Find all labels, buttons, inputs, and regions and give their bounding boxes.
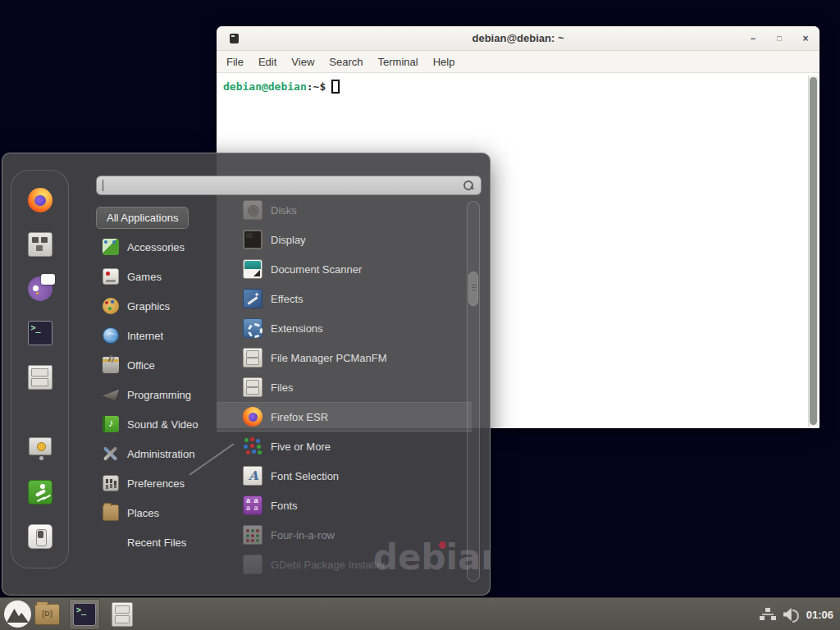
application-label: Four-in-a-row — [271, 529, 335, 541]
category-label: Graphics — [127, 300, 170, 313]
category-places[interactable]: Places — [96, 498, 219, 527]
cabinet-icon — [243, 348, 262, 368]
internet-icon — [103, 327, 119, 344]
application-label: Display — [271, 234, 306, 246]
close-button[interactable]: × — [796, 26, 815, 51]
category-administration[interactable]: Administration — [96, 439, 219, 468]
search-input[interactable] — [96, 176, 482, 195]
file-manager-launcher[interactable] — [34, 604, 60, 625]
menu-scrollbar-thumb[interactable] — [468, 272, 478, 306]
favorites-list — [27, 187, 53, 390]
cabinet-icon — [243, 377, 262, 397]
category-label: Games — [127, 271, 162, 283]
app-extensions[interactable]: Extensions — [217, 313, 472, 343]
search-icon — [463, 180, 474, 191]
category-label: Office — [127, 359, 155, 372]
menu-scrollbar[interactable] — [467, 201, 480, 582]
app-files[interactable]: Files — [217, 372, 472, 402]
category-graphics[interactable]: Graphics — [96, 291, 219, 321]
pidgin-icon — [28, 276, 52, 301]
category-office[interactable]: Office — [96, 350, 219, 380]
application-label: Effects — [271, 293, 304, 305]
clock[interactable]: 01:06 — [806, 609, 835, 621]
office-icon — [103, 357, 119, 373]
category-preferences[interactable]: Preferences — [96, 468, 219, 498]
favorite-firefox-icon[interactable] — [27, 187, 53, 213]
category-label: Internet — [127, 330, 163, 342]
terminal-scrollbar[interactable] — [808, 75, 818, 427]
terminal-menu-item[interactable]: File — [226, 56, 244, 68]
lock-screen-icon[interactable] — [27, 435, 53, 461]
terminal-menu-item[interactable]: View — [291, 56, 314, 68]
application-label: Font Selection — [271, 470, 339, 482]
cabinet-lg-icon — [28, 365, 52, 390]
terminal-menu-item[interactable]: Terminal — [378, 56, 418, 68]
terminal-scrollbar-thumb[interactable] — [810, 77, 817, 425]
disks-icon — [243, 200, 262, 220]
category-recent-files[interactable]: Recent Files — [96, 527, 219, 557]
application-label: GDebi Package Installer — [271, 559, 386, 571]
app-font-selection[interactable]: Font Selection — [217, 461, 472, 491]
fonts-icon — [243, 495, 262, 515]
category-all-applications[interactable]: All Applications — [96, 207, 189, 229]
package-manager-icon — [28, 232, 52, 257]
application-label: Firefox ESR — [271, 411, 328, 423]
debian-logo-dot — [439, 541, 446, 549]
terminal-icon — [73, 603, 96, 626]
app-document-scanner[interactable]: Document Scanner — [217, 254, 472, 284]
category-sound-video[interactable]: Sound & Video — [96, 409, 219, 439]
menu-button[interactable] — [4, 600, 32, 628]
debian-watermark: debian — [373, 537, 491, 578]
terminal-title: debian@debian: ~ — [472, 32, 564, 44]
firefox-icon — [243, 407, 262, 427]
administration-icon — [103, 445, 119, 462]
effects-icon — [243, 289, 262, 308]
favorite-pidgin-icon[interactable] — [27, 276, 53, 302]
category-label: Administration — [127, 448, 194, 460]
places-icon — [103, 504, 119, 521]
logout-icon[interactable] — [27, 479, 53, 505]
programming-icon — [103, 386, 119, 403]
favorite-terminal-icon[interactable] — [27, 320, 53, 346]
favorite-package-manager-icon[interactable] — [27, 231, 53, 258]
extensions-icon — [243, 318, 262, 338]
terminal-task-button-active[interactable] — [69, 599, 100, 630]
terminal-icon — [28, 321, 52, 345]
application-list: DisksDisplayDocument ScannerEffectsExten… — [217, 195, 472, 579]
display-icon — [243, 230, 262, 249]
volume-icon[interactable] — [783, 608, 799, 621]
terminal-menu-item[interactable]: Search — [329, 56, 363, 68]
shutdown-icon[interactable] — [27, 523, 53, 550]
terminal-menu-item[interactable]: Edit — [258, 56, 276, 68]
category-label: Recent Files — [127, 536, 186, 549]
category-accessories[interactable]: Accessories — [96, 232, 219, 262]
accessories-icon — [103, 239, 119, 255]
app-fonts[interactable]: Fonts — [217, 491, 472, 520]
four-in-a-row-icon — [243, 525, 262, 545]
category-programming[interactable]: Programming — [96, 380, 219, 409]
application-label: File Manager PCManFM — [271, 352, 387, 364]
category-internet[interactable]: Internet — [96, 321, 219, 350]
session-buttons — [27, 435, 53, 550]
graphics-icon — [103, 298, 119, 314]
maximize-button[interactable]: □ — [769, 26, 789, 51]
files-launcher[interactable] — [112, 602, 133, 627]
app-effects[interactable]: Effects — [217, 284, 472, 313]
app-file-manager-pcmanfm[interactable]: File Manager PCManFM — [217, 343, 472, 372]
terminal-menu-item[interactable]: Help — [433, 56, 455, 68]
app-display[interactable]: Display — [217, 225, 472, 254]
category-list: All ApplicationsAccessoriesGamesGraphics… — [96, 203, 219, 557]
firefox-lg-icon — [28, 188, 52, 212]
favorites-panel — [11, 170, 69, 568]
network-icon[interactable] — [760, 608, 776, 622]
app-disks[interactable]: Disks — [217, 195, 472, 225]
favorite-file-manager-icon[interactable] — [27, 364, 53, 390]
app-five-or-more[interactable]: Five or More — [217, 431, 472, 461]
preferences-icon — [103, 475, 119, 491]
category-games[interactable]: Games — [96, 262, 219, 291]
terminal-window-icon — [230, 34, 239, 43]
minimize-button[interactable]: − — [743, 26, 763, 51]
app-firefox-esr[interactable]: Firefox ESR — [217, 402, 472, 431]
terminal-titlebar[interactable]: debian@debian: ~ − □ × — [217, 26, 819, 51]
system-tray: 01:06 — [760, 598, 835, 630]
